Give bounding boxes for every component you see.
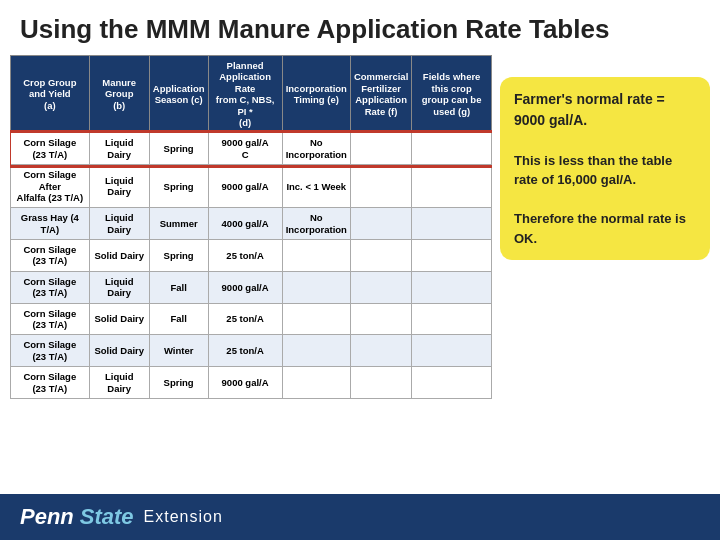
table-cell xyxy=(350,335,411,367)
table-cell xyxy=(282,240,350,272)
col-header-fields: Fields where this cropgroup can be used … xyxy=(412,56,492,133)
table-cell: NoIncorporation xyxy=(282,133,350,165)
table-cell xyxy=(412,208,492,240)
footer-state: State xyxy=(80,504,134,530)
table-cell: Liquid Dairy xyxy=(89,165,149,208)
table-cell xyxy=(350,367,411,399)
table-cell: Spring xyxy=(149,133,208,165)
callout-line3: Therefore the normal rate is OK. xyxy=(514,211,686,246)
table-cell: Summer xyxy=(149,208,208,240)
col-header-fertilizer: CommercialFertilizerApplicationRate (f) xyxy=(350,56,411,133)
table-cell xyxy=(412,335,492,367)
table-cell xyxy=(412,165,492,208)
table-cell xyxy=(350,208,411,240)
table-cell: Liquid Dairy xyxy=(89,367,149,399)
table-cell: 9000 gal/A xyxy=(208,367,282,399)
callout-box: Farmer's normal rate = 9000 gal/A. This … xyxy=(500,77,710,260)
table-cell xyxy=(282,303,350,335)
table-cell: Solid Dairy xyxy=(89,240,149,272)
table-section: Crop Group and Yield(a) Manure Group(b) … xyxy=(10,55,492,494)
table-cell: Corn Silage AfterAlfalfa (23 T/A) xyxy=(11,165,90,208)
table-cell: 25 ton/A xyxy=(208,240,282,272)
footer-extension: Extension xyxy=(144,508,223,526)
table-cell xyxy=(350,240,411,272)
table-cell: Corn Silage(23 T/A) xyxy=(11,133,90,165)
content-area: Crop Group and Yield(a) Manure Group(b) … xyxy=(0,55,720,494)
table-cell: 25 ton/A xyxy=(208,303,282,335)
table-row: Grass Hay (4 T/A)Liquid DairySummer4000 … xyxy=(11,208,492,240)
table-row: Corn Silage(23 T/A)Solid DairyWinter25 t… xyxy=(11,335,492,367)
footer-penn: Penn xyxy=(20,504,74,530)
table-cell: Corn Silage(23 T/A) xyxy=(11,240,90,272)
table-cell xyxy=(282,367,350,399)
table-row: Corn Silage(23 T/A)Liquid DairySpring900… xyxy=(11,367,492,399)
page-wrapper: Using the MMM Manure Application Rate Ta… xyxy=(0,0,720,540)
table-cell: Solid Dairy xyxy=(89,303,149,335)
col-header-rate: PlannedApplication Ratefrom C, NBS, PI *… xyxy=(208,56,282,133)
table-cell: 4000 gal/A xyxy=(208,208,282,240)
table-cell: Winter xyxy=(149,335,208,367)
table-cell xyxy=(350,271,411,303)
table-row: Corn Silage(23 T/A)Solid DairyFall25 ton… xyxy=(11,303,492,335)
callout-line1: Farmer's normal rate = 9000 gal/A. xyxy=(514,91,665,128)
table-cell xyxy=(350,165,411,208)
table-cell: Spring xyxy=(149,367,208,399)
page-title: Using the MMM Manure Application Rate Ta… xyxy=(0,0,720,55)
table-cell xyxy=(412,271,492,303)
table-cell xyxy=(412,367,492,399)
table-cell: Liquid Dairy xyxy=(89,271,149,303)
table-cell: NoIncorporation xyxy=(282,208,350,240)
col-header-manure: Manure Group(b) xyxy=(89,56,149,133)
table-row: Corn Silage(23 T/A)Liquid DairySpring900… xyxy=(11,133,492,165)
col-header-season: ApplicationSeason (c) xyxy=(149,56,208,133)
table-cell xyxy=(412,133,492,165)
table-cell: Liquid Dairy xyxy=(89,133,149,165)
table-row: Corn Silage(23 T/A)Liquid DairyFall9000 … xyxy=(11,271,492,303)
table-row: Corn Silage AfterAlfalfa (23 T/A)Liquid … xyxy=(11,165,492,208)
table-row: Corn Silage(23 T/A)Solid DairySpring25 t… xyxy=(11,240,492,272)
table-cell: 9000 gal/A xyxy=(208,271,282,303)
table-cell: Solid Dairy xyxy=(89,335,149,367)
table-cell: Corn Silage(23 T/A) xyxy=(11,271,90,303)
table-cell xyxy=(412,303,492,335)
rate-table: Crop Group and Yield(a) Manure Group(b) … xyxy=(10,55,492,399)
table-cell xyxy=(350,303,411,335)
table-cell: Liquid Dairy xyxy=(89,208,149,240)
table-cell: 9000 gal/AC xyxy=(208,133,282,165)
table-cell xyxy=(350,133,411,165)
table-cell: 25 ton/A xyxy=(208,335,282,367)
table-cell: Spring xyxy=(149,240,208,272)
table-cell xyxy=(282,335,350,367)
callout-line2: This is less than the table rate of 16,0… xyxy=(514,153,672,188)
table-cell: Spring xyxy=(149,165,208,208)
table-cell: Inc. < 1 Week xyxy=(282,165,350,208)
table-cell: Corn Silage(23 T/A) xyxy=(11,335,90,367)
table-cell xyxy=(282,271,350,303)
table-cell: 9000 gal/A xyxy=(208,165,282,208)
col-header-incorporation: IncorporationTiming (e) xyxy=(282,56,350,133)
table-cell xyxy=(412,240,492,272)
table-cell: Corn Silage(23 T/A) xyxy=(11,303,90,335)
footer-bar: Penn State Extension xyxy=(0,494,720,540)
table-cell: Grass Hay (4 T/A) xyxy=(11,208,90,240)
col-header-crop: Crop Group and Yield(a) xyxy=(11,56,90,133)
table-cell: Corn Silage(23 T/A) xyxy=(11,367,90,399)
table-cell: Fall xyxy=(149,303,208,335)
table-cell: Fall xyxy=(149,271,208,303)
